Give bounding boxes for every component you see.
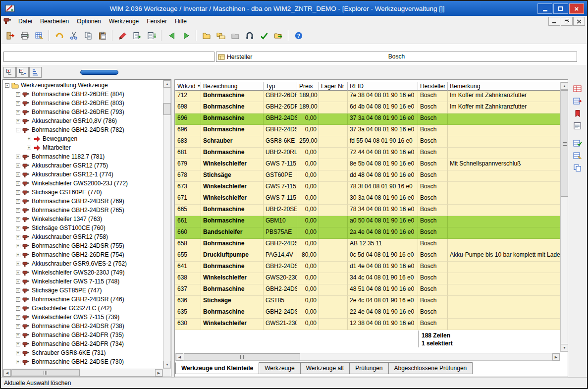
tree-item[interactable]: +Bohrmaschine GBH2-24DFR (735) — [3, 331, 163, 339]
column-header-bemerkung[interactable]: Bemerkung — [448, 82, 560, 91]
scroll-left-icon[interactable]: ◀ — [176, 353, 183, 361]
collapse-all-button[interactable] — [3, 67, 16, 78]
tree-item[interactable]: +Bohrmaschine 1182.7 (781) — [3, 152, 163, 161]
scroll-right-icon[interactable]: ▶ — [155, 369, 162, 377]
tree-item[interactable]: +Bohrmaschine GBH2-26DRE (754) — [3, 250, 163, 259]
tree-item[interactable]: +Bohrmaschine GBH2-24DSR (769) — [3, 197, 163, 206]
tree-item[interactable]: +Akkuschrauber GSR9,6VES-2 (752) — [3, 259, 163, 268]
tree-hscroll-thumb[interactable] — [11, 369, 80, 376]
table-row[interactable]: 655DruckluftpumpePAG14,4V80,000c 5d 04 0… — [175, 250, 560, 262]
tree-item[interactable]: +Winkelschleifer 1347 (763) — [3, 215, 163, 223]
grid-copy-button[interactable] — [571, 163, 585, 173]
expand-box-icon[interactable]: + — [16, 172, 20, 177]
grid-red-button[interactable] — [571, 83, 585, 94]
tree-item[interactable]: +Stichsäge GST100CE (760) — [3, 223, 163, 232]
grid-check-button[interactable] — [571, 138, 585, 148]
column-header-preis[interactable]: Preis — [297, 82, 319, 91]
tab-werkzeuge-alt[interactable]: Werkzeuge alt — [301, 362, 350, 374]
expand-box-icon[interactable]: + — [16, 226, 20, 230]
table-row[interactable]: 641BohrmaschineGBH2-24DSR0,00d1 4e 04 08… — [175, 262, 560, 273]
tree-item[interactable]: +Winkelschleifer GWS 7-115 (739) — [3, 313, 163, 322]
close-button[interactable]: × — [569, 3, 584, 14]
tab-prüfungen[interactable]: Prüfungen — [350, 362, 388, 374]
table-row[interactable]: 665BohrmaschineUBH2-20SE0,0078 34 04 08 … — [175, 205, 560, 216]
menu-item-hilfe[interactable]: Hilfe — [171, 16, 191, 26]
tree-item[interactable]: +Bohrmaschine GBH2-24DSR (738) — [3, 322, 163, 331]
expand-box-icon[interactable]: + — [16, 181, 20, 186]
append-record-button[interactable] — [144, 29, 159, 42]
scroll-up-icon[interactable]: ▲ — [163, 80, 171, 88]
column-header-bezeichnung[interactable]: Bezeichnung — [201, 82, 264, 91]
mdi-restore-button[interactable] — [561, 17, 573, 26]
collapse-box-icon[interactable]: - — [5, 83, 9, 88]
menu-item-datei[interactable]: Datei — [14, 16, 36, 26]
undo-button[interactable] — [52, 29, 66, 42]
expand-box-icon[interactable]: + — [16, 92, 20, 97]
table-row[interactable]: 660BandschleiferPBS75AE0,002a 4e 04 08 0… — [175, 227, 560, 239]
expand-box-icon[interactable]: + — [16, 315, 20, 320]
tab-werkzeuge-und-kleinteile[interactable]: Werkzeuge und Kleinteile — [175, 362, 259, 374]
expand-box-icon[interactable]: + — [16, 217, 20, 222]
search-input[interactable] — [3, 52, 214, 62]
mdi-minimize-button[interactable] — [548, 17, 560, 26]
expand-box-icon[interactable]: + — [16, 253, 20, 257]
tree-item[interactable]: +Akkuschrauber GSR12 (775) — [3, 161, 163, 170]
list-button[interactable] — [571, 120, 585, 131]
menu-item-bearbeiten[interactable]: Bearbeiten — [36, 16, 73, 26]
scroll-down-icon[interactable]: ▼ — [561, 344, 568, 351]
expand-box-icon[interactable]: + — [16, 199, 20, 204]
help-button[interactable]: ? — [291, 29, 306, 42]
expand-box-icon[interactable]: + — [16, 271, 20, 275]
menu-item-fenster[interactable]: Fenster — [143, 16, 171, 26]
expand-box-icon[interactable]: + — [16, 279, 20, 284]
expand-box-icon[interactable]: + — [27, 137, 31, 141]
scroll-down-icon[interactable]: ▼ — [163, 361, 171, 368]
table-row[interactable]: 661BohrmaschineGBM100,00a0 50 04 08 01 9… — [175, 216, 560, 227]
expand-box-icon[interactable]: + — [16, 244, 20, 248]
delete-folder-button[interactable] — [228, 29, 242, 42]
hersteller-field[interactable]: Hersteller Bosch — [216, 52, 577, 62]
mdi-close-button[interactable] — [573, 17, 585, 26]
menu-item-werkzeuge[interactable]: Werkzeuge — [105, 16, 143, 26]
expand-box-icon[interactable]: + — [16, 324, 20, 329]
expand-box-icon[interactable]: + — [16, 190, 20, 195]
column-header-typ[interactable]: Typ — [264, 82, 297, 91]
table-row[interactable]: 679WinkelschleiferGWS 7-1150,008e 5b 04 … — [175, 159, 560, 170]
tree-subitem[interactable]: +Mitarbeiter — [3, 143, 163, 152]
expand-box-icon[interactable]: + — [16, 297, 20, 302]
new-folder-button[interactable] — [199, 29, 214, 42]
expand-branch-button[interactable] — [16, 67, 29, 78]
table-row[interactable]: 683SchrauberGSR8-6KE259,00fd 55 04 08 01… — [175, 136, 560, 148]
tree-item[interactable]: +Bohrmaschine GBH2-24DFR (734) — [3, 339, 163, 348]
exit-button[interactable] — [3, 29, 17, 42]
menu-item-optionen[interactable]: Optionen — [73, 16, 105, 26]
cut-button[interactable] — [66, 29, 81, 42]
expand-box-icon[interactable]: + — [27, 146, 31, 150]
expand-box-icon[interactable]: + — [16, 110, 20, 114]
expand-box-icon[interactable]: + — [16, 119, 20, 123]
table-row[interactable]: 678StichsägeGST60PE0,00dd 48 04 08 01 90… — [175, 170, 560, 182]
search-button[interactable] — [242, 29, 257, 42]
tree-item[interactable]: +Winkelschleifer GWS 7-115 (748) — [3, 277, 163, 286]
table-hscroll-thumb[interactable] — [184, 353, 300, 360]
tab-abgeschlossene-prüfungen[interactable]: Abgeschlossene Prüfungen — [389, 362, 473, 374]
copy-button[interactable] — [81, 29, 95, 42]
tab-werkzeuge[interactable]: Werkzeuge — [259, 362, 300, 374]
column-header-rfid[interactable]: RFID — [348, 82, 418, 91]
tree-item[interactable]: +Akkuschrauber GSR10,8V (786) — [3, 116, 163, 125]
grid-pencil-button[interactable] — [571, 150, 585, 161]
table-row[interactable]: 696BohrmaschineGBH2-24DSE0,0037 3a 04 08… — [175, 125, 560, 136]
column-header-wrkzid[interactable]: Wrkzid▼ — [175, 82, 201, 91]
expand-box-icon[interactable]: + — [16, 306, 20, 311]
table-row[interactable]: 673WinkelschleiferGWS 7-1150,0078 3f 04 … — [175, 182, 560, 193]
tree-item[interactable]: +Bohrmaschine GBH2-24DSR (755) — [3, 241, 163, 250]
tree-item[interactable]: +Bohrmaschine GBH2-24DSR (765) — [3, 206, 163, 215]
table-row[interactable]: 658BohrmaschineGBH2-24DSR0,00AB 12 35 11… — [175, 239, 560, 250]
tree-vertical-scrollbar[interactable]: ▲ ▼ — [163, 80, 171, 369]
expand-box-icon[interactable]: + — [16, 333, 20, 337]
column-header-hersteller[interactable]: Hersteller — [418, 82, 448, 91]
copy-folder-button[interactable] — [214, 29, 228, 42]
forward-button[interactable] — [179, 29, 193, 42]
table-row[interactable]: 637BohrmaschineGBH2-24DSR0,0048 51 04 08… — [175, 284, 560, 296]
scroll-up-icon[interactable]: ▲ — [561, 82, 568, 90]
